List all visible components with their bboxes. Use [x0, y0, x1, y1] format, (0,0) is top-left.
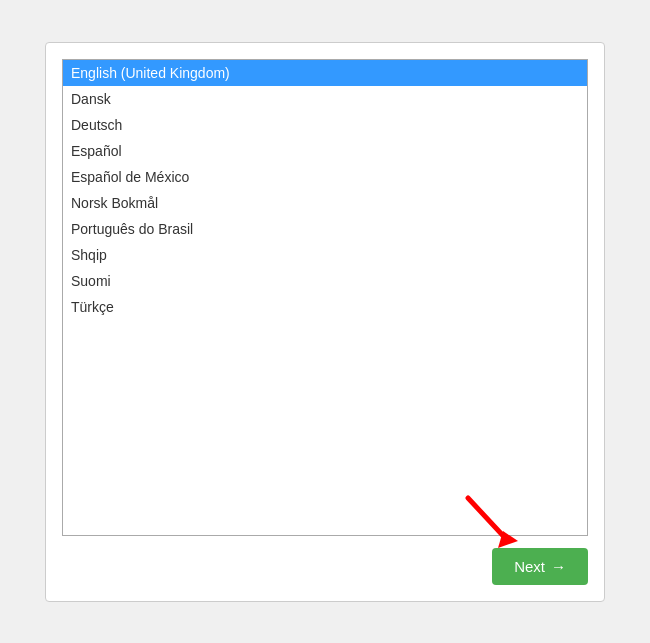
language-item[interactable]: Türkçe — [63, 294, 587, 320]
language-item[interactable]: Dansk — [63, 86, 587, 112]
language-item[interactable]: English (United Kingdom) — [63, 60, 587, 86]
language-item[interactable]: Português do Brasil — [63, 216, 587, 242]
bottom-area: Next → — [62, 548, 588, 585]
language-list-container[interactable]: English (United Kingdom)DanskDeutschEspa… — [62, 59, 588, 536]
language-item[interactable]: Shqip — [63, 242, 587, 268]
language-item[interactable]: Suomi — [63, 268, 587, 294]
next-button-arrow: → — [551, 558, 566, 575]
next-button-label: Next — [514, 558, 545, 575]
language-item[interactable]: Español — [63, 138, 587, 164]
next-button[interactable]: Next → — [492, 548, 588, 585]
language-selection-panel: English (United Kingdom)DanskDeutschEspa… — [45, 42, 605, 602]
language-item[interactable]: Español de México — [63, 164, 587, 190]
language-list: English (United Kingdom)DanskDeutschEspa… — [63, 60, 587, 320]
language-item[interactable]: Norsk Bokmål — [63, 190, 587, 216]
language-item[interactable]: Deutsch — [63, 112, 587, 138]
